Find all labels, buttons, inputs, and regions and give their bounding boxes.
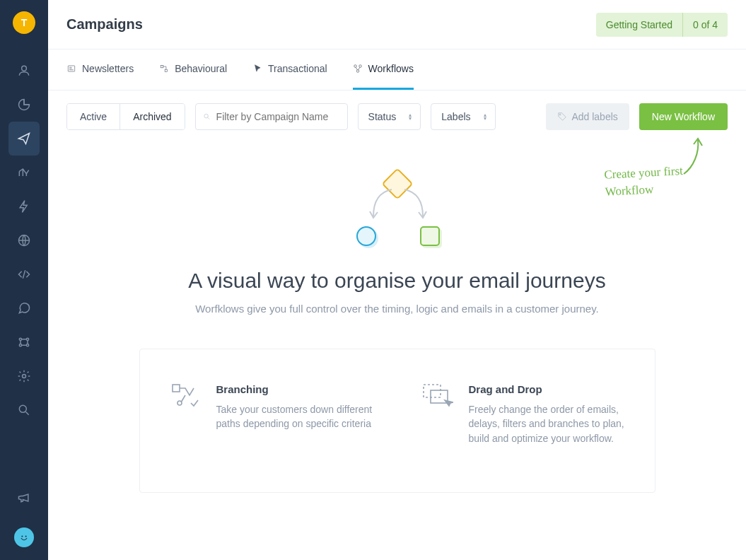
connector-left [368, 188, 396, 223]
chat-icon[interactable] [8, 291, 40, 325]
add-labels-button: Add labels [546, 103, 629, 130]
nav-icons [0, 54, 48, 427]
tabs: Newsletters Behavioural Transactional Wo… [48, 49, 746, 91]
page-title: Campaigns [66, 16, 143, 33]
svg-rect-21 [424, 385, 441, 397]
getting-started-progress: 0 of 4 [683, 13, 728, 37]
svg-point-14 [354, 65, 356, 68]
svg-point-9 [21, 535, 23, 537]
svg-point-5 [26, 344, 28, 346]
tab-label: Workflows [368, 63, 414, 74]
button-label: New Workflow [652, 111, 715, 122]
segment-label: Active [80, 111, 107, 122]
svg-point-0 [22, 66, 27, 71]
svg-point-20 [177, 401, 182, 405]
workflow-icon [353, 64, 363, 74]
empty-state: Create your first Workflow A visual way … [48, 130, 746, 493]
tab-newsletters[interactable]: Newsletters [66, 49, 134, 90]
feature-text: Branching Take your customers down diffe… [216, 383, 373, 445]
tab-label: Behavioural [175, 63, 227, 74]
controls-row: Active Archived Status ▴▾ Labels ▴▾ Add … [48, 91, 746, 130]
newspaper-icon [66, 64, 76, 74]
callout-line1: Create your first [604, 164, 683, 182]
settings-icon[interactable] [8, 359, 40, 393]
connector-right [400, 188, 429, 223]
globe-icon[interactable] [8, 223, 40, 257]
feedback-emoji-icon[interactable] [14, 527, 34, 547]
new-workflow-button[interactable]: New Workflow [639, 103, 728, 130]
people-icon[interactable] [8, 54, 40, 88]
svg-point-10 [25, 535, 27, 537]
labels-dropdown[interactable]: Labels ▴▾ [431, 103, 495, 130]
getting-started-label: Getting Started [596, 13, 682, 37]
svg-point-16 [356, 70, 359, 73]
reports-icon[interactable] [8, 156, 40, 189]
svg-rect-19 [173, 385, 180, 392]
filter-input[interactable] [216, 111, 340, 122]
segments-icon[interactable] [8, 88, 40, 122]
circle-shape [356, 226, 376, 246]
square-shape [420, 226, 440, 246]
feature-title: Drag and Drop [469, 383, 625, 395]
segment-archived[interactable]: Archived [120, 104, 184, 129]
search-icon [203, 111, 211, 122]
chevron-updown-icon: ▴▾ [409, 113, 412, 120]
sidebar-bottom [8, 481, 40, 547]
tab-transactional[interactable]: Transactional [252, 49, 327, 90]
svg-point-8 [18, 532, 30, 544]
filter-input-wrap[interactable] [195, 103, 348, 130]
svg-point-18 [560, 114, 561, 115]
status-dropdown[interactable]: Status ▴▾ [358, 103, 421, 130]
tag-icon [557, 112, 567, 122]
integrations-icon[interactable] [8, 325, 40, 359]
segment-label: Archived [133, 111, 171, 122]
svg-rect-13 [165, 69, 168, 72]
svg-rect-12 [161, 65, 163, 68]
getting-started-pill[interactable]: Getting Started 0 of 4 [596, 13, 728, 37]
empty-subtitle: Worfklows give you full control over the… [195, 303, 599, 315]
pointer-icon [252, 64, 262, 74]
feature-dragdrop: Drag and Drop Freely change the order of… [422, 383, 625, 445]
segmented-control: Active Archived [66, 103, 185, 130]
callout-line2: Workflow [605, 182, 653, 199]
svg-point-17 [204, 114, 208, 118]
button-label: Add labels [571, 111, 617, 122]
automation-icon[interactable] [8, 189, 40, 223]
avatar-initial: T [21, 17, 28, 28]
workflow-illustration [348, 173, 447, 250]
svg-point-4 [19, 344, 21, 346]
avatar[interactable]: T [13, 11, 35, 34]
tab-label: Newsletters [82, 63, 134, 74]
feature-desc: Freely change the order of emails, delay… [469, 402, 625, 445]
campaigns-icon[interactable] [8, 122, 40, 156]
dragdrop-icon [422, 383, 453, 409]
tab-behavioural[interactable]: Behavioural [159, 49, 227, 90]
feature-desc: Take your customers down different paths… [216, 402, 373, 431]
features-card: Branching Take your customers down diffe… [139, 349, 655, 493]
svg-point-3 [26, 338, 28, 340]
flow-icon [159, 64, 169, 74]
code-icon[interactable] [8, 257, 40, 291]
segment-active[interactable]: Active [67, 104, 120, 129]
dropdown-label: Labels [441, 111, 470, 122]
arrow-swoop-icon [680, 136, 708, 178]
main: Campaigns Getting Started 0 of 4 Newslet… [48, 0, 746, 493]
sidebar: T [0, 0, 48, 560]
feature-branching: Branching Take your customers down diffe… [170, 383, 373, 445]
dropdown-label: Status [368, 111, 397, 122]
feature-title: Branching [216, 383, 373, 395]
feature-text: Drag and Drop Freely change the order of… [469, 383, 625, 445]
svg-point-15 [359, 65, 361, 68]
svg-point-2 [19, 338, 21, 340]
branching-icon [170, 383, 201, 409]
top-bar: Campaigns Getting Started 0 of 4 [48, 0, 746, 49]
tab-workflows[interactable]: Workflows [353, 49, 414, 90]
svg-point-7 [19, 405, 26, 412]
empty-heading: A visual way to organise your email jour… [188, 269, 605, 293]
megaphone-icon[interactable] [8, 481, 40, 515]
tab-label: Transactional [268, 63, 327, 74]
search-icon[interactable] [8, 393, 40, 427]
svg-point-6 [23, 375, 26, 378]
chevron-updown-icon: ▴▾ [484, 113, 486, 120]
